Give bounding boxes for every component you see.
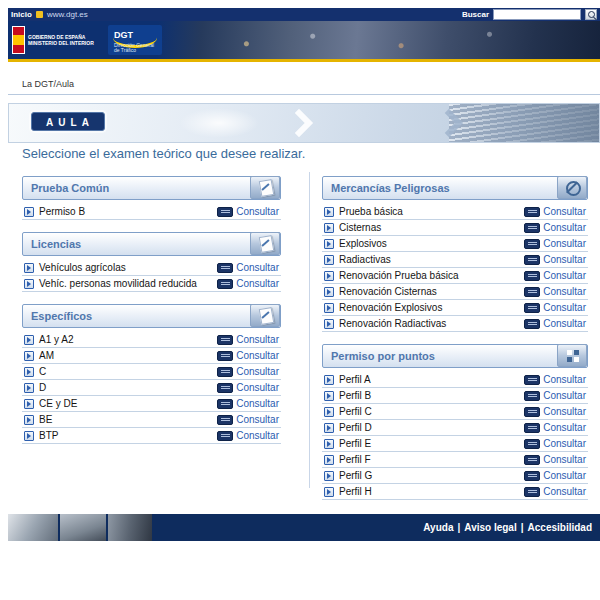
gold-divider — [8, 59, 600, 62]
ministerio-text: MINISTERIO DEL INTERIOR — [28, 40, 94, 46]
consultar-badge-icon[interactable] — [217, 207, 233, 217]
top-bar: Inicio www.dgt.es Buscar — [8, 8, 600, 21]
item-bullet-icon — [24, 367, 34, 377]
consultar-link[interactable]: Consultar — [543, 222, 586, 233]
footer-photo — [108, 514, 152, 541]
exam-name: Vehíc. personas movilidad reducida — [39, 278, 197, 289]
consultar-link[interactable]: Consultar — [236, 430, 279, 441]
list-item: Perfil CConsultar — [322, 404, 588, 420]
exam-name: Cisternas — [339, 222, 381, 233]
consultar-link[interactable]: Consultar — [543, 438, 586, 449]
gobierno-logo[interactable]: GOBIERNO DE ESPAÑA MINISTERIO DEL INTERI… — [12, 26, 94, 54]
consultar-link[interactable]: Consultar — [543, 270, 586, 281]
item-bullet-icon — [324, 239, 334, 249]
exam-name: Explosivos — [339, 238, 387, 249]
consultar-badge-icon[interactable] — [217, 263, 233, 273]
consultar-badge-icon[interactable] — [524, 207, 540, 217]
consultar-link[interactable]: Consultar — [543, 406, 586, 417]
consultar-link[interactable]: Consultar — [543, 318, 586, 329]
consultar-badge-icon[interactable] — [524, 319, 540, 329]
consultar-link[interactable]: Consultar — [236, 366, 279, 377]
consultar-link[interactable]: Consultar — [543, 238, 586, 249]
consultar-link[interactable]: Consultar — [236, 398, 279, 409]
consultar-link[interactable]: Consultar — [236, 278, 279, 289]
consultar-badge-icon[interactable] — [217, 279, 233, 289]
consultar-link[interactable]: Consultar — [236, 414, 279, 425]
footer-photo — [8, 514, 58, 541]
consultar-badge-icon[interactable] — [524, 375, 540, 385]
buscar-label: Buscar — [462, 10, 489, 19]
consultar-link[interactable]: Consultar — [543, 374, 586, 385]
consultar-link[interactable]: Consultar — [236, 382, 279, 393]
consultar-badge-icon[interactable] — [217, 415, 233, 425]
panel-header: Permiso por puntos — [322, 344, 588, 368]
footer-link[interactable]: Accesibilidad — [528, 522, 592, 533]
consultar-badge-icon[interactable] — [217, 351, 233, 361]
consultar-badge-icon[interactable] — [524, 439, 540, 449]
consultar-badge-icon[interactable] — [217, 431, 233, 441]
gobierno-logo-text: GOBIERNO DE ESPAÑA MINISTERIO DEL INTERI… — [28, 34, 94, 46]
exam-panel: Mercancías PeligrosasPrueba básicaConsul… — [322, 176, 588, 332]
site-header: GOBIERNO DE ESPAÑA MINISTERIO DEL INTERI… — [8, 21, 600, 59]
footer-link[interactable]: Ayuda — [423, 522, 453, 533]
consultar-badge-icon[interactable] — [524, 287, 540, 297]
consultar-link[interactable]: Consultar — [543, 286, 586, 297]
exam-name: D — [39, 382, 46, 393]
consultar-link[interactable]: Consultar — [543, 486, 586, 497]
consultar-link[interactable]: Consultar — [543, 206, 586, 217]
consultar-link[interactable]: Consultar — [236, 350, 279, 361]
consultar-badge-icon[interactable] — [217, 399, 233, 409]
consultar-link[interactable]: Consultar — [543, 390, 586, 401]
consultar-badge-icon[interactable] — [524, 455, 540, 465]
list-item: BEConsultar — [22, 412, 281, 428]
consultar-link[interactable]: Consultar — [543, 470, 586, 481]
panel-header: Licencias — [22, 232, 281, 256]
consultar-link[interactable]: Consultar — [543, 422, 586, 433]
exam-paper-icon — [250, 232, 280, 255]
aula-banner: AULA — [8, 103, 600, 143]
item-bullet-icon — [324, 303, 334, 313]
consultar-badge-icon[interactable] — [524, 407, 540, 417]
page: Inicio www.dgt.es Buscar GOBIERNO DE ESP… — [8, 8, 600, 592]
list-item: Prueba básicaConsultar — [322, 204, 588, 220]
exam-name: Permiso B — [39, 206, 85, 217]
consultar-link[interactable]: Consultar — [236, 206, 279, 217]
item-bullet-icon — [24, 263, 34, 273]
footer-link[interactable]: Aviso legal — [464, 522, 516, 533]
list-item: CisternasConsultar — [322, 220, 588, 236]
inicio-link[interactable]: Inicio — [11, 10, 32, 19]
search-input[interactable] — [493, 9, 581, 20]
exam-name: Perfil H — [339, 486, 372, 497]
exam-name: C — [39, 366, 46, 377]
panel-title: Permiso por puntos — [323, 350, 435, 362]
consultar-badge-icon[interactable] — [524, 303, 540, 313]
consultar-badge-icon[interactable] — [524, 487, 540, 497]
consultar-badge-icon[interactable] — [524, 271, 540, 281]
breadcrumb[interactable]: La DGT/Aula — [22, 79, 74, 89]
consultar-link[interactable]: Consultar — [543, 254, 586, 265]
search-button[interactable] — [585, 9, 597, 20]
consultar-link[interactable]: Consultar — [236, 334, 279, 345]
consultar-badge-icon[interactable] — [524, 239, 540, 249]
consultar-link[interactable]: Consultar — [543, 454, 586, 465]
consultar-badge-icon[interactable] — [524, 423, 540, 433]
footer-photo — [60, 514, 106, 541]
consultar-link[interactable]: Consultar — [236, 262, 279, 273]
dgt-logo-subtext: Dirección General de Tráfico — [114, 43, 160, 53]
exam-name: CE y DE — [39, 398, 77, 409]
dgt-logo[interactable]: DGT Dirección General de Tráfico — [108, 25, 162, 55]
consultar-badge-icon[interactable] — [217, 367, 233, 377]
exam-name: Perfil B — [339, 390, 371, 401]
item-bullet-icon — [324, 487, 334, 497]
item-bullet-icon — [324, 255, 334, 265]
exam-panel: Permiso por puntosPerfil AConsultarPerfi… — [322, 344, 588, 500]
consultar-badge-icon[interactable] — [217, 383, 233, 393]
dgt-logo-text: DGT — [114, 30, 133, 40]
consultar-badge-icon[interactable] — [524, 391, 540, 401]
consultar-link[interactable]: Consultar — [543, 302, 586, 313]
item-bullet-icon — [24, 383, 34, 393]
consultar-badge-icon[interactable] — [524, 255, 540, 265]
consultar-badge-icon[interactable] — [217, 335, 233, 345]
consultar-badge-icon[interactable] — [524, 223, 540, 233]
consultar-badge-icon[interactable] — [524, 471, 540, 481]
